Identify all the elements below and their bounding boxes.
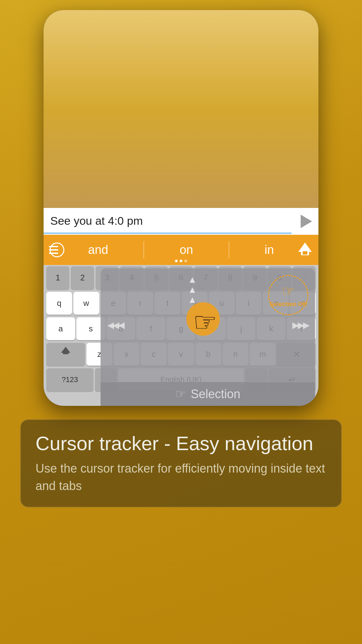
dot (184, 260, 187, 262)
bottom-description: Cursor tracker - Easy navigation Use the… (20, 419, 342, 507)
nav-right-arrows: ▶▶▶ (292, 320, 308, 330)
pagination-dots (175, 260, 187, 262)
send-icon (301, 215, 312, 228)
autocomplete-word-1[interactable]: and (81, 240, 115, 260)
selection-off-label: Selection Off (269, 301, 307, 308)
message-input[interactable] (44, 209, 292, 233)
autocomplete-word-3[interactable]: in (258, 240, 281, 260)
nav-up-arrow-1: ▲ (188, 275, 197, 284)
key-symbols[interactable]: ?123 (46, 368, 94, 391)
tracker-nav-area[interactable]: ▲ ▲ ▲ ◀◀◀ ▶▶▶ ☞ ☞ Select (101, 268, 315, 382)
menu-globe-button[interactable] (47, 240, 67, 260)
dot (180, 260, 182, 262)
shift-inner-icon (303, 251, 307, 255)
hand-icon: ☞ (193, 309, 220, 342)
autocomplete-bar: and on in (44, 235, 318, 265)
selection-finger-icon: ☞ (282, 282, 295, 300)
cursor-tracker-overlay[interactable]: ▲ ▲ ▲ ◀◀◀ ▶▶▶ ☞ ☞ Select (101, 268, 315, 406)
description-subtitle: Use the cursor tracker for efficiently m… (36, 460, 326, 495)
selection-label-bar: ☞ Selection (101, 382, 315, 406)
key-a[interactable]: a (46, 317, 75, 340)
keyboard-area: 1 2 3 4 5 6 7 8 9 0 ··· q w e r t y u i … (44, 265, 318, 406)
key-w[interactable]: w (73, 292, 99, 315)
nav-up-arrows: ▲ ▲ ▲ (188, 275, 197, 305)
selection-hand-small-icon: ☞ (175, 387, 186, 401)
nav-up-arrow-2: ▲ (188, 285, 197, 294)
key-1[interactable]: 1 (46, 266, 69, 289)
selection-off-button[interactable]: ☞ Selection Off (268, 275, 308, 315)
phone-device: and on in 1 2 3 4 5 6 (44, 10, 318, 406)
key-q[interactable]: q (46, 292, 72, 315)
ac-divider (143, 241, 144, 258)
selection-label: Selection (191, 387, 240, 401)
shift-key[interactable] (46, 343, 85, 366)
autocomplete-words: and on in (67, 240, 295, 260)
nav-left-arrows: ◀◀◀ (107, 320, 123, 330)
nav-up-arrow-3: ▲ (188, 295, 197, 305)
description-title: Cursor tracker - Easy navigation (36, 432, 326, 454)
ac-divider (229, 241, 229, 258)
dot (175, 260, 178, 262)
shift-base (63, 351, 68, 354)
message-input-area (44, 208, 318, 235)
phone-background (44, 10, 318, 208)
autocomplete-word-2[interactable]: on (173, 240, 200, 260)
shift-button[interactable] (295, 240, 315, 260)
key-2[interactable]: 2 (71, 266, 94, 289)
send-button[interactable] (292, 208, 318, 235)
globe-icon (50, 243, 64, 257)
